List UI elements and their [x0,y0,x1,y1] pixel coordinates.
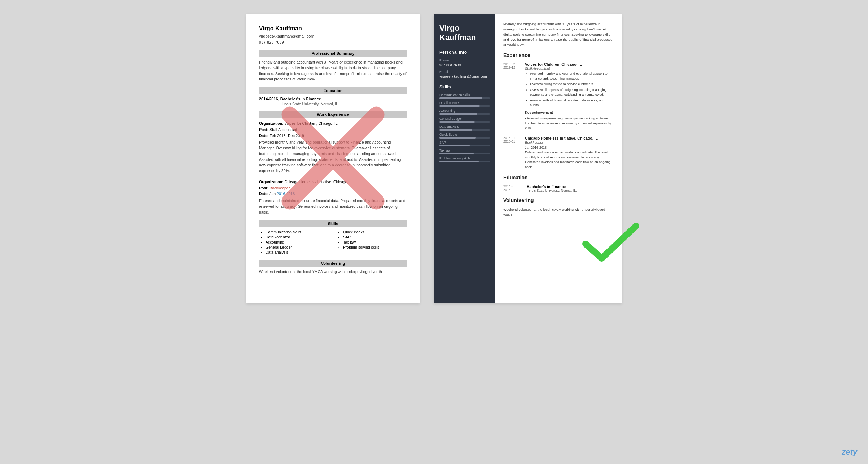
name-line1: Virgo [439,23,460,32]
skills-bars: Communication skills Detail-oriented Acc… [439,93,490,162]
education-title: Education [503,175,614,181]
date-value: Feb 2018- Dec 2019 [269,133,304,138]
email-value: virgozety.kauffman@gmail.com [439,74,490,79]
edu-right-1: Bachelor's in Finance Illinois State Uni… [527,184,577,192]
work-entry-2: Organization: Chicago Homeless Initiativ… [259,179,407,215]
post-label: Post: [259,127,269,132]
education-header: Education [259,87,407,94]
phone-label: Phone [439,58,490,62]
org-label-2: Organization: [259,180,285,184]
sidebar: Virgo Kauffman Personal Info Phone 937-8… [434,14,495,303]
volunteering-text: Weekend volunteer at the local YMCA work… [259,270,407,274]
summary-header: Professional Summary [259,50,407,57]
skill-item: Problem solving skills [343,245,407,249]
skill-item: Data analysis [266,250,329,254]
skill-bar-accounting: Accounting [439,109,490,115]
skill-item: Detail-oriented [266,235,329,239]
exp-desc-2: Jan 2016-2018 Entered and maintained acc… [525,145,614,170]
zety-watermark: zety [842,447,857,457]
exp-entry-1: 2018-02 -2019-12 Voices for Children, Ch… [503,62,614,131]
volunteering-header: Volunteering [259,260,407,267]
skill-bar-taxlaw: Tax law [439,149,490,154]
vol-text: Weekend volunteer at the local YMCA work… [503,207,614,218]
work-post-2: Post: Bookkeeper [259,185,407,191]
main-content: Friendly and outgoing accountant with 3+… [495,14,622,303]
org-label: Organization: [259,121,285,126]
edu-entry-1: 2014 -2016 Bachelor's in Finance Illinoi… [503,184,614,192]
edu-dates-1: 2014 -2016 [503,184,523,192]
date-label: Date: [259,133,269,138]
email-label: E-mail [439,70,490,74]
date-label-2: Date: [259,192,269,196]
work-post-1: Post: Staff Accountant [259,127,407,133]
skill-bar-ledger: General Ledger [439,117,490,123]
education-entry: 2014-2016, Bachelor's in Finance [259,97,407,101]
skills-list-1: Communication skills Detail-oriented Acc… [259,230,329,254]
edu-degree: Bachelor's in Finance [527,184,577,189]
skills-columns: Communication skills Detail-oriented Acc… [259,230,407,255]
exp-desc-1: Provided monthly and year-end operationa… [525,71,614,131]
exp-right-1: Voices for Children, Chicago, IL Staff A… [525,62,614,131]
work-entry-1: Organization: Voices for Children, Chica… [259,121,407,174]
highlight-decrease: decrease [335,163,351,167]
skill-item: Communication skills [266,230,329,234]
sidebar-name: Virgo Kauffman [439,23,490,43]
left-name: Virgo Kauffman [259,25,407,32]
exp-right-2: Chicago Homeless Initiative, Chicago, IL… [525,136,614,170]
resume-container: Virgo Kauffman virgozety.kauffman@gmail.… [246,14,622,303]
skill-bar-communication: Communication skills [439,93,490,99]
education-school: Illinois State University, Normal, IL. [281,102,407,106]
skill-bar-sap: SAP [439,141,490,146]
exp-bullet: Assisted with all financial reporting, s… [530,98,614,108]
skills-col-1: Communication skills Detail-oriented Acc… [259,230,329,255]
exp-dates-1: 2018-02 -2019-12 [503,62,523,69]
date-value-2: 2016-2018 [277,192,295,196]
skill-bar-detail: Detail-oriented [439,101,490,107]
skill-item: General Ledger [266,245,329,249]
main-summary: Friendly and outgoing accountant with 3+… [503,22,614,47]
skills-title: Skills [439,84,490,89]
left-email: virgozety.kauffman@gmail.com [259,33,407,39]
exp-title-1: Staff Accountant [525,66,614,70]
post-value-2: Bookkeeper [269,186,290,190]
skills-col-2: Quick Books SAP Tax law Problem solving … [337,230,407,255]
phone-value: 937-823-7639 [439,62,490,67]
name-line2: Kauffman [439,33,476,42]
work-header: Work Experience [259,111,407,118]
work-date-1: Date: Feb 2018- Dec 2019 [259,133,407,139]
org-value: Voices for Children, Chicago, IL [285,121,338,126]
work-date-2: Date: Jan 2016-2018 [259,191,407,197]
exp-bullet: Oversaw all aspects of budgeting includi… [530,88,614,97]
skill-bar-problem: Problem solving skills [439,157,490,162]
skill-item: SAP [343,235,407,239]
exp-entry-2: 2016-01 -2018-01 Chicago Homeless Initia… [503,136,614,170]
key-achievement-title: Key achievement [525,110,614,115]
exp-bullet: Oversaw billing for fee-to-service custo… [530,82,614,87]
key-achievement-text: • Assisted in implementing new expense t… [525,116,614,131]
skill-item: Tax law [343,240,407,244]
exp-org-1: Voices for Children, Chicago, IL [525,62,614,66]
exp-org-2: Chicago Homeless Initiative, Chicago, IL [525,136,614,140]
skill-item: Quick Books [343,230,407,234]
exp-dates-2: 2016-01 -2018-01 [503,136,523,143]
skills-list-2: Quick Books SAP Tax law Problem solving … [337,230,407,249]
skill-bar-data: Data analysis [439,125,490,131]
exp-date-text: Jan 2016-2018 [525,145,614,150]
work-org-2: Organization: Chicago Homeless Initiativ… [259,179,407,185]
exp-title-2: Bookkeeper [525,140,614,144]
skill-item: Accounting [266,240,329,244]
personal-info-title: Personal Info [439,50,490,55]
experience-title: Experience [503,52,614,59]
edu-school: Illinois State University, Normal, IL. [527,189,577,192]
post-value: Staff Accountant [269,127,297,132]
exp-bullet: Provided monthly and year-end operationa… [530,71,614,81]
skills-header: Skills [259,220,407,227]
volunteering-title: Volunteering [503,197,614,204]
work-desc-1: Provided monthly and year-end operationa… [259,140,407,174]
left-phone: 937-823-7639 [259,39,407,45]
right-resume: Virgo Kauffman Personal Info Phone 937-8… [434,14,622,303]
skill-bar-quickbooks: Quick Books [439,133,490,139]
org-value-2: Chicago Homeless Initiative, Chicago, IL [285,180,353,184]
left-resume: Virgo Kauffman virgozety.kauffman@gmail.… [246,14,420,303]
exp-text-2: Entered and maintained accurate financia… [525,150,614,170]
